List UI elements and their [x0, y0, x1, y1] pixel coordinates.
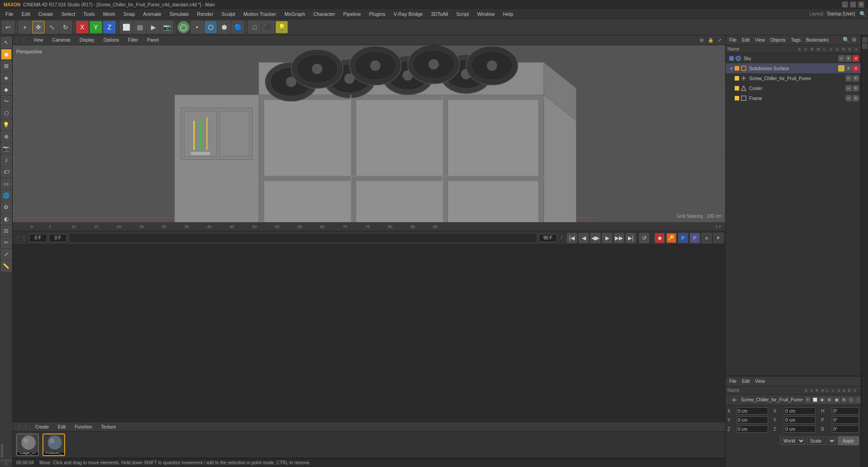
objects-view-menu[interactable]: View: [753, 37, 767, 43]
frame-vis-icon[interactable]: 👁: [853, 95, 859, 101]
viewport-options-menu[interactable]: Options: [101, 37, 122, 43]
menu-help[interactable]: Help: [500, 10, 517, 18]
edge-mode-button[interactable]: ⬡: [204, 21, 217, 33]
x-axis-button[interactable]: X: [76, 21, 89, 33]
y-axis-button[interactable]: Y: [90, 21, 102, 33]
attr-y-input[interactable]: [736, 416, 768, 424]
objects-tags-menu[interactable]: Tags: [789, 37, 802, 43]
left-light-tool[interactable]: 💡: [1, 119, 12, 130]
start-frame-input[interactable]: [29, 234, 47, 242]
menu-simulate[interactable]: Simulate: [166, 10, 193, 18]
viewport-maximize-icon[interactable]: ⤢: [716, 37, 723, 44]
attr-icon3[interactable]: ◉: [819, 397, 826, 403]
uv-mode-button[interactable]: 🔵: [231, 21, 244, 33]
attr-x2-input[interactable]: [784, 407, 816, 415]
attr-p-input[interactable]: [832, 416, 859, 424]
attr-z2-input[interactable]: [784, 425, 816, 433]
cooler-edit-icon[interactable]: ✏: [845, 85, 852, 91]
subdiv-edit-icon[interactable]: ✏: [838, 65, 844, 71]
3d-viewport[interactable]: X Y Z Perspective Grid Spacing : 100 cm: [13, 45, 725, 222]
menu-file[interactable]: File: [2, 10, 17, 18]
attr-icon2[interactable]: ⬜: [812, 397, 818, 403]
menu-script[interactable]: Script: [453, 10, 472, 18]
menu-motion-tracker[interactable]: Motion Tracker: [240, 10, 280, 18]
menu-create[interactable]: Create: [35, 10, 57, 18]
objects-objects-menu[interactable]: Objects: [769, 37, 788, 43]
prev-frame-button[interactable]: ◀: [579, 233, 589, 243]
viewport-display-menu[interactable]: Display: [77, 37, 97, 43]
left-sculpt-tool[interactable]: ✂: [1, 237, 12, 248]
attr-file-menu[interactable]: File: [727, 378, 738, 385]
close-button[interactable]: ✕: [858, 1, 864, 8]
menu-mesh[interactable]: Mesh: [99, 10, 119, 18]
viewport-fit-icon[interactable]: ⊞: [698, 37, 705, 44]
timeline-ruler[interactable]: 0 5 10 15 20 25 30 35 40 45 50 55 60 65 …: [13, 222, 725, 231]
menu-mograph[interactable]: MoGraph: [281, 10, 309, 18]
sky-edit-icon[interactable]: ✏: [838, 55, 844, 62]
viewport-cameras-menu[interactable]: Cameras: [50, 37, 74, 43]
object-null-row[interactable]: Screw_Chiller_for_Fruit_Puree ✏ 👁: [726, 73, 861, 83]
subdiv-expand-icon[interactable]: ▼: [729, 66, 734, 71]
attr-y2-input[interactable]: [784, 416, 816, 424]
timeline-body[interactable]: [13, 245, 725, 422]
left-weight-tool[interactable]: ⚖: [1, 225, 12, 236]
sky-vis-icon[interactable]: 👁: [845, 55, 852, 62]
viewport-lock-icon[interactable]: 🔒: [707, 37, 714, 44]
go-start-button[interactable]: |◀: [567, 233, 577, 243]
left-camera-tool[interactable]: 📷: [1, 143, 12, 154]
go-end-button[interactable]: ▶|: [626, 233, 636, 243]
menu-character[interactable]: Character: [310, 10, 339, 18]
attr-icon7[interactable]: ⬡: [848, 397, 854, 403]
attr-edit-menu[interactable]: Edit: [740, 378, 751, 385]
left-paint-tool[interactable]: ◉: [1, 49, 12, 60]
left-joint-tool[interactable]: ⊕: [1, 131, 12, 142]
autokey-button[interactable]: 🔑: [666, 233, 676, 243]
object-subdiv-row[interactable]: ▼ Subdivision Surface ✏ 👁 ✕: [726, 63, 861, 73]
left-scene-tool[interactable]: 🌐: [1, 190, 12, 201]
point-mode-button[interactable]: •: [191, 21, 203, 33]
left-magnet-tool[interactable]: ◈: [1, 72, 12, 83]
menu-pipeline[interactable]: Pipeline: [340, 10, 364, 18]
undo-button[interactable]: ↩: [2, 21, 14, 33]
object-cooler-row[interactable]: Cooler ✏ 👁: [726, 83, 861, 93]
menu-3dtoall[interactable]: 3DToAll: [427, 10, 452, 18]
menu-plugins[interactable]: Plugins: [365, 10, 389, 18]
add-button[interactable]: +: [19, 21, 31, 33]
menu-snap[interactable]: Snap: [120, 10, 139, 18]
attr-h-input[interactable]: [832, 407, 859, 415]
motion-button[interactable]: P: [678, 233, 688, 243]
left-generator-tool[interactable]: ⚙: [1, 202, 12, 213]
left-deformer-tool[interactable]: ⤸: [1, 155, 12, 166]
left-effector-tool[interactable]: ◐: [1, 214, 12, 224]
attr-icon5[interactable]: ▣: [834, 397, 840, 403]
scale-button[interactable]: ⤡: [46, 21, 58, 33]
subdiv-vis-icon[interactable]: 👁: [845, 65, 852, 71]
menu-sculpt[interactable]: Sculpt: [218, 10, 239, 18]
left-tag-tool[interactable]: 🏷: [1, 167, 12, 177]
scale-select[interactable]: Scale Position Rotation: [807, 437, 836, 445]
frame-edit-icon[interactable]: ✏: [845, 95, 852, 101]
material-freezer[interactable]: Freezer_: [42, 434, 65, 456]
viewport-filter-menu[interactable]: Filter: [125, 37, 141, 43]
anim-layer-button[interactable]: ≡: [702, 233, 712, 243]
attr-icon1[interactable]: ≡: [805, 397, 811, 403]
menu-edit[interactable]: Edit: [18, 10, 34, 18]
material-function-menu[interactable]: Function: [72, 424, 94, 430]
objects-search-icon[interactable]: 🔍: [843, 37, 850, 44]
play-button[interactable]: ▶: [602, 233, 612, 243]
loop-button[interactable]: ↺: [639, 233, 649, 243]
current-frame-input[interactable]: [49, 234, 67, 242]
objects-file-menu[interactable]: File: [727, 37, 738, 43]
viewport-panel-menu[interactable]: Panel: [145, 37, 162, 43]
material-texture-menu[interactable]: Texture: [99, 424, 119, 430]
material-create-menu[interactable]: Create: [33, 424, 52, 430]
rotate-button[interactable]: ↻: [59, 21, 72, 33]
menu-window[interactable]: Window: [473, 10, 498, 18]
z-axis-button[interactable]: Z: [103, 21, 116, 33]
object-mode-button[interactable]: ◯: [177, 21, 190, 33]
menu-animate[interactable]: Animate: [140, 10, 165, 18]
record-button[interactable]: ⏺: [655, 233, 665, 243]
left-spline-tool[interactable]: 〜: [1, 96, 12, 107]
attr-icon4[interactable]: ⊞: [826, 397, 833, 403]
material-edit-menu[interactable]: Edit: [55, 424, 68, 430]
